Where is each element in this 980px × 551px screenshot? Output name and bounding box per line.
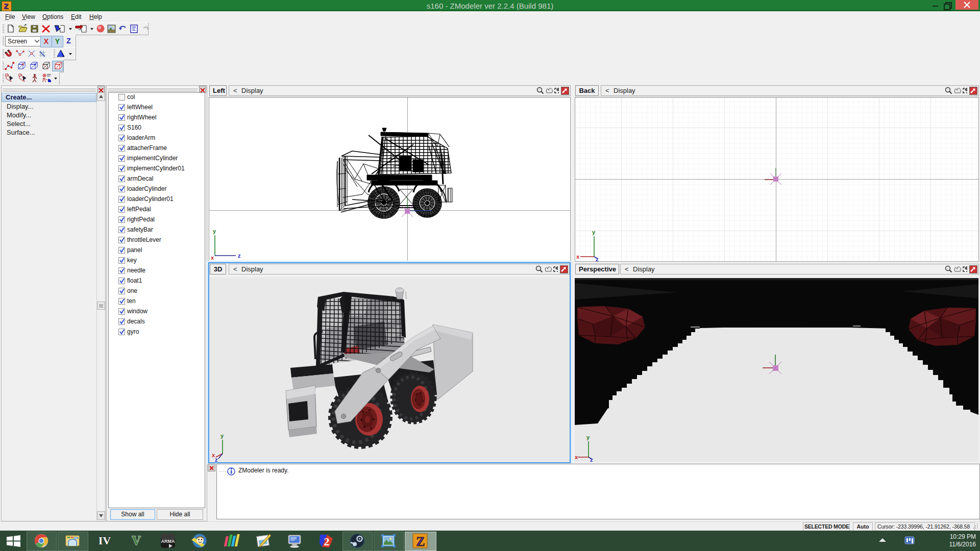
svg-text:z: z xyxy=(238,253,241,259)
svg-text:ARMA: ARMA xyxy=(161,539,175,544)
svg-text:y: y xyxy=(592,229,596,235)
svg-text:x: x xyxy=(211,255,214,261)
svg-text:x: x xyxy=(576,254,580,260)
svg-text:z: z xyxy=(590,457,593,463)
svg-text:y: y xyxy=(586,434,590,440)
svg-text:x: x xyxy=(575,454,578,460)
svg-text:y: y xyxy=(220,433,224,439)
svg-text:z: z xyxy=(596,256,599,261)
svg-text:y: y xyxy=(213,228,216,234)
svg-text:z: z xyxy=(215,457,218,462)
svg-text:V: V xyxy=(132,534,141,547)
svg-text:Z: Z xyxy=(416,534,425,549)
svg-text:IV: IV xyxy=(99,534,111,547)
svg-text:2: 2 xyxy=(324,535,330,548)
